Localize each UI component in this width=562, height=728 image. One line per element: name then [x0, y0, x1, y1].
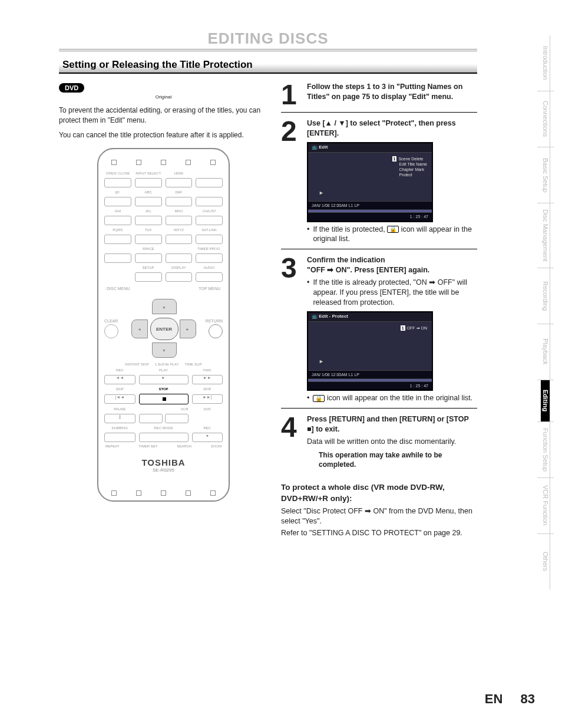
remote-label-rec: REC [192, 426, 223, 430]
step-3-heading-line2: "OFF ➡ ON". Press [ENTER] again. [307, 265, 477, 275]
remote-skip-prev-button: |◄◄ [104, 394, 135, 404]
remote-label-vcr: VCR [139, 407, 189, 411]
remote-input-button [135, 178, 162, 187]
remote-label-disc-menu: DISC MENU [107, 286, 130, 291]
remote-label-skip-next: SKIP [192, 387, 223, 391]
screen-menu-item: Scene Delete [398, 157, 423, 161]
remote-label-time-slip: TIME SLIP [185, 363, 202, 366]
lock-icon: 🔒 [387, 226, 399, 233]
screen-toggle-value: OFF ➡ ON [407, 326, 427, 330]
remote-label-rev: REV [104, 368, 135, 373]
section-title: Setting or Releasing the Title Protectio… [59, 58, 477, 74]
chapter-title: EDITING DISCS [59, 29, 477, 50]
remote-label-audio: AUDIO [196, 265, 223, 270]
remote-key-5 [135, 216, 162, 225]
footer-page-number: 83 [521, 691, 535, 706]
remote-control-diagram: OPEN/ CLOSE INPUT SELECT HDMI @!.ABCDEF [97, 148, 230, 502]
remote-right-button: ► [180, 319, 196, 338]
remote-label-clear: CLEAR [104, 319, 122, 323]
remote-label-open-close: OPEN/ CLOSE [104, 171, 131, 176]
remote-hdmi-button [166, 178, 193, 187]
tab-basic-setup: Basic Setup [541, 147, 550, 203]
tab-connections: Connections [541, 91, 550, 147]
remote-label-dubbing: DUBBING [104, 426, 135, 430]
remote-key-9 [166, 235, 193, 244]
remote-label-stop: STOP [139, 387, 189, 391]
remote-left-button: ◄ [131, 319, 148, 338]
remote-key-6 [166, 216, 193, 225]
remote-label-pause: PAUSE [104, 407, 135, 411]
remote-key-2 [135, 197, 162, 206]
step-1-number: 1 [281, 82, 301, 107]
screen-status-left: JAN/ 1/08 12:00AM L1 LP [312, 372, 359, 377]
remote-key-1 [104, 197, 131, 206]
remote-dvd-button [165, 414, 189, 423]
tab-vcr-function: VCR Function [541, 478, 550, 533]
step-3-number: 3 [281, 255, 301, 403]
remote-label-dvd: DVD [192, 407, 223, 411]
whole-disc-p2: Refer to "SETTING A DISC TO PROTECT" on … [281, 528, 477, 538]
remote-rec-button: ● [192, 433, 223, 442]
screen-menu-item: Edit Title Name [392, 162, 427, 167]
step-4-number: 4 [281, 414, 301, 469]
whole-disc-heading: To protect a whole disc (VR mode DVD-RW,… [281, 482, 477, 503]
remote-key-3 [166, 197, 193, 206]
remote-key-0 [135, 253, 162, 263]
remote-up-button: ▲ [152, 299, 177, 314]
remote-satlink-button [196, 235, 223, 244]
dvd-badge-sub: Original [59, 94, 268, 100]
remote-rev-button: ◄◄ [104, 375, 135, 384]
remote-fwd-button: ►► [192, 375, 223, 384]
remote-vcr-button [139, 414, 163, 423]
step-4: 4 Press [RETURN] and then [RETURN] or [S… [281, 408, 477, 474]
step-1: 1 Follow the steps 1 to 3 in "Putting Na… [281, 82, 477, 112]
remote-label-instant-skip: INSTANT SKIP [125, 363, 148, 366]
remote-enter-button: ENTER [150, 318, 178, 340]
intro-paragraph-1: To prevent the accidental editing, or er… [59, 106, 268, 126]
screen-status-left: JAN/ 1/08 12:00AM L1 LP [312, 203, 359, 208]
remote-setup-button [135, 272, 162, 282]
tab-introduction: Introduction [541, 35, 550, 91]
play-indicator-icon: ► [319, 189, 324, 196]
step-1-heading: Follow the steps 1 to 3 in "Putting Name… [307, 82, 477, 102]
step-2-heading: Use [▲ / ▼] to select "Protect", then pr… [307, 118, 477, 139]
remote-label-fwd: FWD [192, 368, 223, 373]
remote-audio-button [196, 272, 223, 282]
remote-pause-button: || [104, 414, 135, 423]
step-3-bullet-1: If the title is already protected, "ON ➡… [307, 278, 477, 308]
remote-dpad: ▲ ▼ ◄ ► ENTER [131, 299, 196, 358]
lock-icon: 🔒 [313, 395, 325, 402]
tab-editing: Editing [541, 380, 550, 421]
remote-label-top-menu: TOP MENU [199, 286, 220, 291]
step-3-heading-line1: Confirm the indication [307, 255, 477, 265]
tab-recording: Recording [541, 268, 550, 324]
step-2-screenshot: 📺 Edit 1Scene Delete Edit Title Name Cha… [307, 142, 433, 222]
remote-label-play: PLAY [139, 368, 189, 373]
step-3-bullet-2: 🔒 icon will appear on the title in the o… [307, 393, 477, 403]
remote-key-4 [104, 216, 131, 225]
remote-label-return: RETURN [205, 319, 223, 323]
remote-label-setup: SETUP [135, 265, 162, 270]
tab-playback: Playback [541, 324, 550, 380]
remote-display-button [166, 272, 193, 282]
remote-label-satlink: SAT.LINK [196, 228, 223, 232]
remote-skip-next-button: ►►| [192, 394, 223, 404]
section-tabs: Introduction Connections Basic Setup Dis… [537, 35, 554, 589]
screen-status-right: 1 : 25 : 47 [410, 214, 428, 219]
footer-language: EN [485, 691, 503, 706]
remote-brand: TOSHIBA [104, 457, 223, 467]
remote-label-zoom: ZOOM [211, 444, 222, 448]
remote-ch-down [196, 216, 223, 225]
remote-label-skip-prev: SKIP [104, 387, 135, 391]
screen-status-right: 1 : 25 : 47 [410, 383, 428, 388]
remote-clear-button [104, 324, 118, 338]
intro-paragraph-2: You can cancel the title protection feat… [59, 130, 268, 140]
remote-model: SE-R0295 [104, 467, 223, 473]
step-2: 2 Use [▲ / ▼] to select "Protect", then … [281, 112, 477, 249]
remote-label-space: SPACE [135, 246, 162, 251]
screen-menu-item: Chapter Mark [392, 167, 427, 172]
remote-return-button [209, 324, 223, 338]
remote-label-repeat: REPEAT [105, 444, 120, 448]
screen-menu-item: Protect [392, 172, 427, 177]
divider [59, 51, 477, 51]
